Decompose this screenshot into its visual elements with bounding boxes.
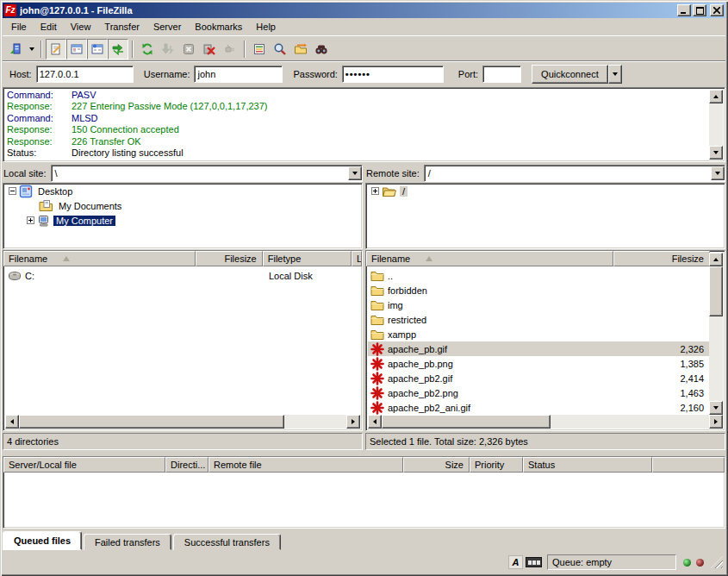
scroll-left-icon[interactable] — [368, 415, 382, 429]
speed-limits-icon[interactable] — [526, 557, 542, 567]
tree-item-my-documents[interactable]: My Documents — [3, 198, 362, 213]
file-row[interactable]: apache_pb.png 1,385 — [368, 356, 709, 371]
menu-edit[interactable]: Edit — [34, 19, 64, 34]
file-row-selected[interactable]: apache_pb.gif 2,326 — [368, 341, 709, 356]
tab-successful-transfers[interactable]: Successful transfers — [173, 534, 281, 550]
menu-bookmarks[interactable]: Bookmarks — [188, 19, 249, 34]
column-header-server-local-file[interactable]: Server/Local file — [3, 457, 165, 473]
scroll-thumb[interactable] — [709, 266, 723, 316]
scroll-track[interactable] — [709, 316, 723, 401]
file-row[interactable]: xampp — [368, 327, 709, 341]
toggle-remote-treeview-icon[interactable] — [87, 39, 108, 59]
local-site-dropdown-icon[interactable] — [348, 166, 362, 180]
scroll-right-icon[interactable] — [346, 415, 360, 429]
file-row[interactable]: forbidden — [368, 283, 709, 297]
local-site-combo[interactable]: \ — [51, 165, 363, 182]
column-header-filetype[interactable]: Filetype — [263, 251, 352, 266]
log-vertical-scrollbar[interactable] — [709, 90, 723, 160]
scroll-left-icon[interactable] — [5, 415, 19, 429]
username-input[interactable] — [194, 66, 283, 83]
site-manager-icon[interactable] — [5, 39, 26, 59]
port-input[interactable] — [482, 66, 521, 83]
column-header-status[interactable]: Status — [523, 457, 652, 473]
menu-view[interactable]: View — [64, 19, 98, 34]
file-row[interactable]: restricted — [368, 312, 709, 327]
scroll-up-icon[interactable] — [709, 90, 723, 103]
collapse-icon[interactable] — [9, 187, 16, 195]
folder-icon — [370, 270, 384, 281]
toggle-transfer-queue-icon[interactable] — [108, 39, 128, 59]
expand-icon[interactable] — [27, 216, 34, 224]
scroll-thumb[interactable] — [382, 415, 551, 429]
directory-comparison-icon[interactable] — [270, 39, 290, 59]
local-horizontal-scrollbar[interactable] — [5, 415, 360, 429]
remote-site-dropdown-icon[interactable] — [711, 166, 725, 180]
file-row[interactable]: C: Local Disk — [5, 268, 360, 283]
file-row[interactable]: .. — [368, 268, 709, 283]
tree-item-root[interactable]: / — [366, 184, 725, 198]
scroll-track[interactable] — [284, 415, 346, 429]
close-button[interactable] — [710, 4, 724, 16]
scroll-thumb[interactable] — [19, 415, 284, 429]
scroll-down-icon[interactable] — [709, 401, 723, 415]
menu-help[interactable]: Help — [249, 19, 283, 34]
open-folder-icon — [382, 185, 397, 197]
column-header-filesize[interactable]: Filesize — [613, 251, 710, 266]
column-header-direction[interactable]: Directi... — [165, 457, 208, 473]
scroll-right-icon[interactable] — [709, 415, 723, 429]
remote-site-combo[interactable]: / — [424, 165, 725, 182]
scroll-track[interactable] — [551, 415, 709, 429]
minimize-button[interactable] — [677, 4, 691, 16]
host-input[interactable] — [36, 66, 134, 83]
menu-transfer[interactable]: Transfer — [97, 19, 146, 34]
disconnect-icon[interactable] — [199, 39, 220, 59]
column-header-size[interactable]: Size — [403, 457, 470, 473]
column-header-last-modified[interactable]: L — [352, 251, 362, 266]
resize-grip[interactable] — [711, 556, 723, 568]
maximize-button[interactable] — [693, 4, 706, 16]
send-indicator-led — [696, 559, 704, 567]
scroll-down-icon[interactable] — [709, 146, 723, 160]
scroll-track[interactable] — [709, 103, 723, 146]
password-input[interactable] — [342, 66, 444, 83]
local-site-label: Local site: — [3, 168, 47, 178]
file-row[interactable]: img — [368, 297, 709, 312]
synchronized-browsing-icon[interactable] — [290, 39, 311, 59]
remote-horizontal-scrollbar[interactable] — [368, 415, 723, 429]
toggle-local-treeview-icon[interactable] — [66, 39, 87, 59]
column-header-priority[interactable]: Priority — [470, 457, 523, 473]
file-row[interactable]: apache_pb2.gif 2,414 — [368, 371, 709, 385]
scroll-up-icon[interactable] — [709, 253, 723, 266]
tree-item-my-computer[interactable]: My Computer — [3, 213, 362, 228]
queue-header: Server/Local file Directi... Remote file… — [3, 457, 725, 473]
tree-item-desktop[interactable]: Desktop — [3, 184, 362, 198]
quickconnect-dropdown-icon[interactable] — [608, 65, 622, 84]
refresh-icon[interactable] — [137, 39, 158, 59]
directory-listing-filters-icon[interactable] — [249, 39, 270, 59]
quickconnect-button[interactable]: Quickconnect — [532, 65, 608, 84]
site-manager-dropdown-icon[interactable] — [26, 39, 37, 59]
remote-vertical-scrollbar[interactable] — [709, 253, 723, 415]
cancel-operation-icon[interactable] — [178, 39, 199, 59]
desktop-icon — [19, 185, 33, 198]
tab-failed-transfers[interactable]: Failed transfers — [84, 534, 171, 550]
find-files-icon[interactable] — [311, 39, 332, 59]
menu-file[interactable]: File — [4, 19, 34, 34]
reconnect-icon[interactable] — [220, 39, 240, 59]
menu-server[interactable]: Server — [146, 19, 188, 34]
file-row[interactable]: apache_pb2_ani.gif 2,160 — [368, 400, 709, 415]
queue-body[interactable] — [5, 474, 723, 526]
message-log-content: Command:PASV Response:227 Entering Passi… — [5, 90, 708, 160]
my-computer-icon — [37, 214, 51, 228]
column-header-filename[interactable]: Filename — [366, 251, 613, 266]
tab-queued-files[interactable]: Queued files — [3, 531, 82, 550]
title-bar[interactable]: Fz john@127.0.0.1 - FileZilla — [3, 3, 725, 18]
column-header-filename[interactable]: Filename — [3, 251, 196, 266]
toggle-message-log-icon[interactable] — [46, 39, 66, 59]
expand-icon[interactable] — [371, 187, 379, 195]
column-header-filesize[interactable]: Filesize — [196, 251, 262, 266]
transfer-type-icon[interactable]: A — [508, 555, 523, 569]
file-row[interactable]: apache_pb2.png 1,463 — [368, 385, 709, 400]
column-header-remote-file[interactable]: Remote file — [208, 457, 403, 473]
process-queue-icon[interactable] — [158, 39, 178, 59]
